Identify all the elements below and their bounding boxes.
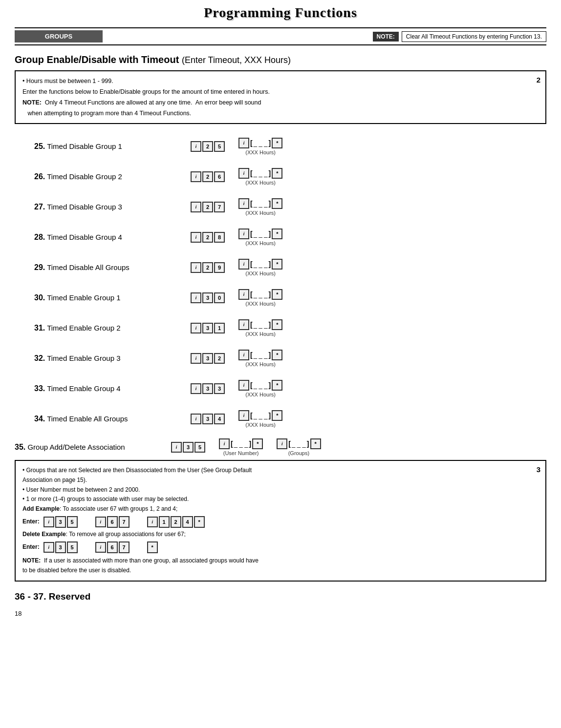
key-2-1: 2 — [202, 232, 213, 243]
key-3-1: 3 — [202, 414, 213, 424]
func35-input1: i [ _ _ _ ] * (User Number) — [219, 438, 263, 456]
key-i-0: i — [191, 292, 201, 303]
key-star2: * — [310, 438, 321, 449]
enter-label-add: Enter: — [22, 517, 40, 527]
enter-row-add: Enter: i 3 5 i 6 7 i 1 2 4 * — [22, 516, 539, 528]
key-6-2: 6 — [214, 171, 225, 182]
function-row-32: 32. Timed Enable Group 3i32i [_ _ _]*(XX… — [34, 348, 546, 369]
func-keys-25: i25 — [191, 141, 225, 152]
func-label-30: 30. Timed Enable Group 1 — [34, 293, 191, 302]
func-label-27: 27. Timed Disable Group 3 — [34, 203, 191, 211]
page-title: Programming Functions — [15, 5, 546, 21]
key-3-2: 3 — [214, 383, 225, 394]
key-4-2: 4 — [214, 414, 225, 424]
key-2-2: 2 — [214, 353, 225, 364]
bottom-line-4: • 1 or more (1-4) groups to associate wi… — [22, 495, 539, 504]
delete-example-label: Delete Example: To remove all group asso… — [22, 530, 539, 540]
info-corner-num: 2 — [537, 74, 540, 86]
info-line-1: • Hours must be between 1 - 999. — [22, 76, 539, 86]
key-i-0: i — [191, 383, 201, 394]
func-keys-33: i33 — [191, 383, 225, 394]
seq-add-2: i 6 7 — [95, 516, 129, 528]
function-row-28: 28. Timed Disable Group 4i28i [_ _ _]*(X… — [34, 227, 546, 248]
key-3-1: 3 — [202, 353, 213, 364]
func-input-28: i [_ _ _]*(XXX Hours) — [238, 229, 282, 246]
func35-input1-keys: i [ _ _ _ ] * — [219, 438, 263, 449]
function-row-33: 33. Timed Enable Group 4i33i [_ _ _]*(XX… — [34, 378, 546, 399]
key-2-1: 2 — [202, 202, 213, 212]
func35-row: 35. Group Add/Delete Association i 3 5 i… — [15, 438, 546, 456]
function-row-29: 29. Timed Disable All Groupsi29i [_ _ _]… — [34, 257, 546, 278]
header-bar: GROUPS NOTE: Clear All Timeout Functions… — [15, 27, 546, 45]
key-2-1: 2 — [202, 262, 213, 273]
key-i-0: i — [191, 171, 201, 182]
key-i-0: i — [191, 141, 201, 152]
key-5-2: 5 — [214, 141, 225, 152]
key-1-2: 1 — [214, 323, 225, 333]
func-input-30: i [_ _ _]*(XXX Hours) — [238, 289, 282, 307]
add-example-label: Add Example: To associate user 67 with g… — [22, 504, 539, 514]
note-section: NOTE: Clear All Timeout Functions by ent… — [373, 31, 547, 42]
key-3-1: 3 — [202, 383, 213, 394]
func35-num: 35. — [15, 443, 25, 451]
bottom-line-2: Association on page 15). — [22, 476, 539, 485]
xxx-label-33: (XXX Hours) — [245, 392, 276, 397]
func-keys-27: i27 — [191, 202, 225, 212]
function-row-34: 34. Timed Enable All Groupsi34i [_ _ _]*… — [34, 408, 546, 430]
key-9-2: 9 — [214, 262, 225, 273]
func-keys-26: i26 — [191, 171, 225, 182]
seq-del-1: i 3 5 — [43, 541, 78, 553]
key-i2: i — [219, 438, 230, 449]
key-3: 3 — [183, 442, 194, 453]
xxx-label-30: (XXX Hours) — [245, 301, 276, 307]
bottom-line-3: • User Number must be between 2 and 2000… — [22, 485, 539, 495]
func35-label: 35. Group Add/Delete Association — [15, 443, 171, 452]
bottom-note-2: to be disabled before the user is disabl… — [22, 566, 539, 576]
key-8-2: 8 — [214, 232, 225, 243]
func35-input2-label: (Groups) — [288, 450, 309, 456]
dash2: _ _ _ — [292, 440, 306, 448]
key-star: * — [252, 438, 263, 449]
func-label-26: 26. Timed Disable Group 2 — [34, 172, 191, 181]
func-input-31: i [_ _ _]*(XXX Hours) — [238, 319, 282, 337]
note-label: NOTE: — [373, 32, 399, 42]
key-i3: i — [277, 438, 287, 449]
key-0-2: 0 — [214, 292, 225, 303]
function-row-26: 26. Timed Disable Group 2i26i [_ _ _]*(X… — [34, 166, 546, 187]
func-input-33: i [_ _ _]*(XXX Hours) — [238, 380, 282, 397]
func-label-25: 25. Timed Disable Group 1 — [34, 142, 191, 151]
key-i-0: i — [191, 202, 201, 212]
func-keys-29: i29 — [191, 262, 225, 273]
func-input-25: i [_ _ _]*(XXX Hours) — [238, 138, 282, 155]
info-line-4: when attempting to program more than 4 T… — [22, 108, 539, 118]
key-5: 5 — [194, 442, 205, 453]
function-row-27: 27. Timed Disable Group 3i27i [_ _ _]*(X… — [34, 196, 546, 218]
section-title-bold: Group Enable/Disable with Timeout — [15, 54, 179, 65]
bottom-corner-num: 3 — [537, 464, 540, 476]
key-i-0: i — [191, 232, 201, 243]
key-3-1: 3 — [202, 323, 213, 333]
func-label-34: 34. Timed Enable All Groups — [34, 415, 191, 423]
xxx-label-32: (XXX Hours) — [245, 361, 276, 367]
info-line-3: NOTE: Only 4 Timeout Functions are allow… — [22, 98, 539, 107]
key-i-0: i — [191, 353, 201, 364]
func-input-32: i [_ _ _]*(XXX Hours) — [238, 350, 282, 367]
bracket-open2: [ — [288, 440, 291, 448]
func-keys-31: i31 — [191, 323, 225, 333]
function-row-31: 31. Timed Enable Group 2i31i [_ _ _]*(XX… — [34, 317, 546, 339]
func35-text: Group Add/Delete Association — [27, 443, 125, 451]
func-input-29: i [_ _ _]*(XXX Hours) — [238, 259, 282, 276]
func-label-32: 32. Timed Enable Group 3 — [34, 354, 191, 363]
page-number: 18 — [15, 610, 546, 617]
key-i-0: i — [191, 262, 201, 273]
section-title-normal: (Enter Timeout, XXX Hours) — [182, 55, 291, 65]
key-i-0: i — [191, 323, 201, 333]
function-row-25: 25. Timed Disable Group 1i25i [_ _ _]*(X… — [34, 136, 546, 157]
key-i-0: i — [191, 414, 201, 424]
key-3-1: 3 — [202, 292, 213, 303]
key-i: i — [171, 442, 182, 453]
bracket-open: [ — [231, 440, 233, 448]
key-2-1: 2 — [202, 141, 213, 152]
reserved-title: 36 - 37. Reserved — [15, 591, 546, 602]
func35-section: 35. Group Add/Delete Association i 3 5 i… — [15, 438, 546, 456]
